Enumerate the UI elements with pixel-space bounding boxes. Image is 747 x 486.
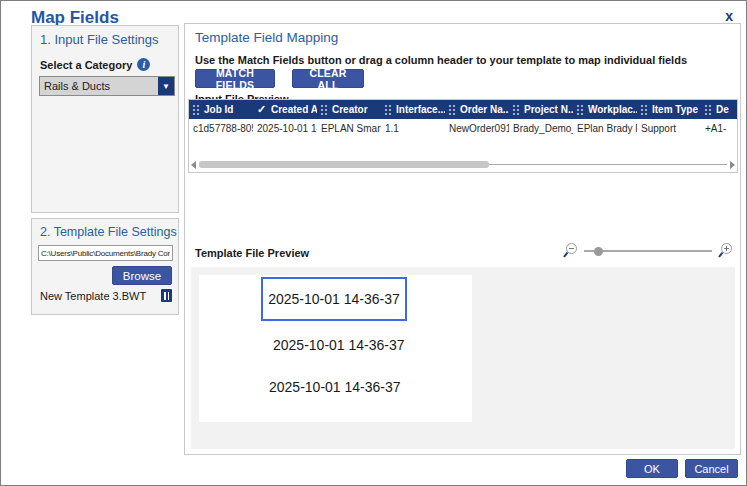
template-file-preview-label: Template File Preview xyxy=(195,247,309,259)
grip-icon xyxy=(385,104,392,115)
scrollbar-track[interactable] xyxy=(199,160,727,169)
grip-icon xyxy=(513,104,520,115)
grip-icon xyxy=(705,104,712,115)
template-file-settings-heading: 2. Template File Settings xyxy=(40,225,177,239)
match-fields-button[interactable]: MATCH FIELDS xyxy=(195,69,275,88)
template-object-selected[interactable]: 2025-10-01 14-36-37 xyxy=(261,277,407,321)
cell-workplace: EPlan Brady Prin xyxy=(573,119,637,140)
browse-button[interactable]: Browse xyxy=(112,266,172,285)
scrollbar-thumb[interactable] xyxy=(199,161,489,168)
template-field-mapping-panel: Template Field Mapping Use the Match Fie… xyxy=(184,23,741,455)
mapping-buttons-row: MATCH FIELDS CLEAR ALL xyxy=(195,69,364,88)
chevron-down-icon[interactable]: ▼ xyxy=(158,77,174,95)
grip-icon xyxy=(321,104,328,115)
zoom-in-icon[interactable] xyxy=(717,242,734,259)
grip-icon xyxy=(449,104,456,115)
mapping-instruction: Use the Match Fields button or drag a co… xyxy=(195,54,687,66)
zoom-slider[interactable] xyxy=(584,245,712,256)
grip-icon xyxy=(577,104,584,115)
zoom-slider-thumb[interactable] xyxy=(594,247,603,256)
input-file-preview-table: Job Id ✓ Created At Creator Interface...… xyxy=(188,99,738,173)
scroll-right-icon[interactable] xyxy=(730,161,735,169)
column-header-project-name[interactable]: Project N... xyxy=(509,100,573,119)
input-file-settings-heading: 1. Input File Settings xyxy=(40,32,159,47)
clear-all-button[interactable]: CLEAR ALL xyxy=(292,69,364,88)
cancel-button[interactable]: Cancel xyxy=(685,459,738,478)
column-header-job-id[interactable]: Job Id xyxy=(189,100,253,119)
template-object[interactable]: 2025-10-01 14-36-37 xyxy=(269,379,401,395)
cell-item-type: Support xyxy=(637,119,701,140)
table-row: c1d57788-8055- 2025-10-01 14-3 EPLAN Sma… xyxy=(189,119,738,140)
ok-button[interactable]: OK xyxy=(626,459,678,478)
cell-project-name: Brady_Demo_Pro xyxy=(509,119,573,140)
template-path-input[interactable] xyxy=(38,245,173,261)
cell-order-name: NewOrder0916 xyxy=(445,119,509,140)
delete-template-icon[interactable] xyxy=(161,289,172,302)
column-header-interface[interactable]: Interface... xyxy=(381,100,445,119)
cell-job-id: c1d57788-8055- xyxy=(189,119,253,140)
grip-icon xyxy=(641,104,648,115)
select-category-label: Select a Category xyxy=(40,59,132,71)
scroll-left-icon[interactable] xyxy=(191,161,196,169)
cell-device: +A1- xyxy=(701,119,738,140)
template-canvas[interactable]: 2025-10-01 14-36-37 2025-10-01 14-36-37 … xyxy=(199,275,472,422)
cell-interface: 1.1 xyxy=(381,119,445,140)
category-dropdown[interactable]: Rails & Ducts ▼ xyxy=(39,76,175,96)
info-icon[interactable] xyxy=(137,58,150,71)
table-header-row: Job Id ✓ Created At Creator Interface...… xyxy=(189,100,738,119)
template-preview-area: 2025-10-01 14-36-37 2025-10-01 14-36-37 … xyxy=(191,267,735,449)
template-field-mapping-heading: Template Field Mapping xyxy=(195,30,338,45)
category-dropdown-value: Rails & Ducts xyxy=(40,80,158,92)
check-icon: ✓ xyxy=(257,103,267,116)
horizontal-scrollbar[interactable] xyxy=(191,160,735,169)
column-header-created-at[interactable]: ✓ Created At xyxy=(253,100,317,119)
template-file-name: New Template 3.BWT xyxy=(40,290,146,302)
template-file-settings-header: 2. Template File Settings xyxy=(40,225,172,239)
zoom-out-icon[interactable] xyxy=(562,242,579,259)
map-fields-dialog: Map Fields x 1. Input File Settings Sele… xyxy=(0,0,747,486)
column-header-creator[interactable]: Creator xyxy=(317,100,381,119)
grip-icon xyxy=(193,104,200,115)
zoom-controls xyxy=(562,242,734,259)
template-file-settings-panel: 2. Template File Settings Browse New Tem… xyxy=(31,218,179,315)
column-header-device[interactable]: De xyxy=(701,100,738,119)
template-object[interactable]: 2025-10-01 14-36-37 xyxy=(273,337,405,353)
column-header-order-name[interactable]: Order Na... xyxy=(445,100,509,119)
column-header-workplace[interactable]: Workplac... xyxy=(573,100,637,119)
close-icon[interactable]: x xyxy=(725,9,733,23)
template-file-row: New Template 3.BWT xyxy=(40,289,172,302)
input-file-settings-panel: 1. Input File Settings Select a Category… xyxy=(31,25,179,213)
cell-creator: EPLAN Smart Pro xyxy=(317,119,381,140)
select-category-row: Select a Category xyxy=(40,58,150,71)
cell-created-at: 2025-10-01 14-3 xyxy=(253,119,317,140)
column-header-item-type[interactable]: Item Type xyxy=(637,100,701,119)
